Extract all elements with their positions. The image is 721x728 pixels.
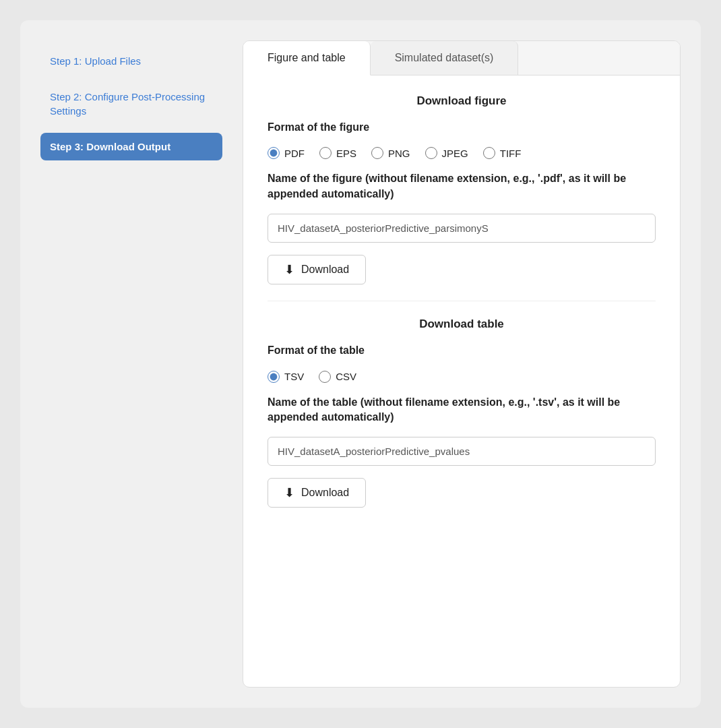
sidebar-item-step2[interactable]: Step 2: Configure Post-Processing Settin… bbox=[40, 83, 222, 125]
sidebar-item-step3[interactable]: Step 3: Download Output bbox=[40, 133, 222, 160]
format-pdf-label: PDF bbox=[284, 148, 305, 159]
format-eps-label: EPS bbox=[336, 148, 356, 159]
format-tiff-label: TIFF bbox=[500, 148, 522, 159]
table-download-button[interactable]: ⬇ Download bbox=[268, 478, 366, 508]
figure-format-group: PDF EPS PNG JPEG TIFF bbox=[268, 147, 656, 159]
format-tiff[interactable]: TIFF bbox=[483, 147, 522, 159]
tab-content: Download figure Format of the figure PDF… bbox=[243, 75, 680, 526]
figure-download-icon: ⬇ bbox=[284, 262, 294, 277]
format-pdf[interactable]: PDF bbox=[268, 147, 305, 159]
format-tsv[interactable]: TSV bbox=[268, 371, 304, 383]
section-divider bbox=[268, 301, 656, 301]
format-tsv-radio[interactable] bbox=[268, 371, 280, 383]
figure-name-input[interactable] bbox=[268, 214, 656, 243]
figure-download-button[interactable]: ⬇ Download bbox=[268, 255, 366, 284]
format-csv-radio[interactable] bbox=[319, 371, 331, 383]
table-section-title: Download table bbox=[268, 317, 656, 331]
figure-format-label: Format of the figure bbox=[268, 120, 656, 135]
format-jpeg-radio[interactable] bbox=[425, 147, 437, 159]
format-eps-radio[interactable] bbox=[319, 147, 332, 159]
format-tsv-label: TSV bbox=[284, 371, 304, 382]
table-download-icon: ⬇ bbox=[284, 485, 294, 500]
table-format-group: TSV CSV bbox=[268, 371, 656, 383]
format-tiff-radio[interactable] bbox=[483, 147, 495, 159]
format-png-radio[interactable] bbox=[371, 147, 383, 159]
table-name-input[interactable] bbox=[268, 437, 656, 466]
sidebar: Step 1: Upload Files Step 2: Configure P… bbox=[40, 40, 222, 688]
sidebar-item-step1[interactable]: Step 1: Upload Files bbox=[40, 47, 222, 75]
format-png-label: PNG bbox=[388, 148, 410, 159]
figure-section-title: Download figure bbox=[268, 94, 656, 108]
tab-bar: Figure and table Simulated dataset(s) bbox=[243, 41, 680, 75]
format-jpeg[interactable]: JPEG bbox=[425, 147, 468, 159]
format-pdf-radio[interactable] bbox=[268, 147, 280, 159]
tab-figure-table[interactable]: Figure and table bbox=[243, 41, 371, 75]
format-jpeg-label: JPEG bbox=[442, 148, 468, 159]
format-csv-label: CSV bbox=[336, 371, 356, 382]
format-png[interactable]: PNG bbox=[371, 147, 410, 159]
main-panel: Figure and table Simulated dataset(s) Do… bbox=[243, 40, 681, 688]
app-container: Step 1: Upload Files Step 2: Configure P… bbox=[20, 20, 701, 708]
figure-download-label: Download bbox=[301, 264, 349, 276]
table-name-label: Name of the table (without filename exte… bbox=[268, 395, 656, 425]
table-download-label: Download bbox=[301, 487, 349, 499]
tab-simulated[interactable]: Simulated dataset(s) bbox=[371, 41, 519, 75]
table-format-label: Format of the table bbox=[268, 343, 656, 358]
format-csv[interactable]: CSV bbox=[319, 371, 356, 383]
format-eps[interactable]: EPS bbox=[319, 147, 356, 159]
figure-name-label: Name of the figure (without filename ext… bbox=[268, 171, 656, 202]
